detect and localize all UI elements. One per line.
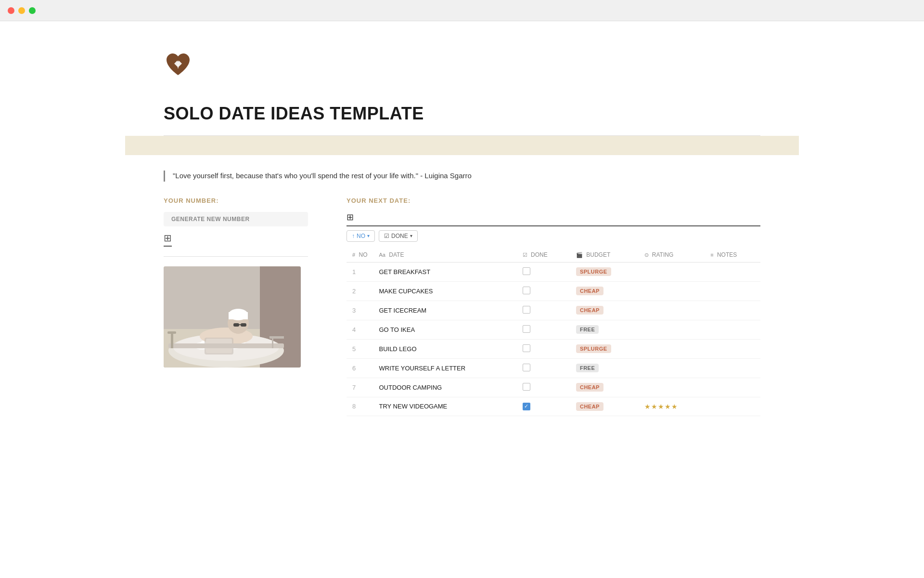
cell-no: 2 [346, 281, 373, 301]
date-ideas-table: # NO Aa DATE ☑ DONE 🎬 BUDGET ⊙ RATING ≡ … [346, 248, 760, 416]
cell-date[interactable]: BUILD LEGO [373, 339, 516, 358]
cell-budget: FREE [570, 320, 639, 339]
photo-image [164, 266, 301, 368]
svg-rect-14 [241, 323, 246, 327]
quote-block: "Love yourself first, because that's who… [164, 171, 760, 182]
filter-no-label: NO [357, 233, 365, 239]
star-rating: ★★★★★ [644, 403, 678, 410]
col-header-no: # NO [346, 248, 373, 263]
checkbox-unchecked[interactable] [523, 267, 530, 275]
checkbox-unchecked[interactable] [523, 287, 530, 294]
titlebar [0, 0, 924, 21]
cell-budget: CHEAP [570, 281, 639, 301]
your-next-date-label: YOUR NEXT DATE: [346, 197, 760, 204]
minimize-button[interactable] [18, 7, 25, 14]
table-view-icon[interactable]: ⊞ [346, 212, 354, 223]
left-column: YOUR NUMBER: GENERATE NEW NUMBER ⊞ [164, 197, 308, 368]
col-header-done: ☑ DONE [517, 248, 570, 263]
cell-notes [705, 378, 760, 397]
cell-rating [639, 358, 705, 378]
filter-done[interactable]: ☑ DONE ▾ [379, 230, 418, 242]
budget-badge: FREE [576, 364, 599, 372]
cell-no: 8 [346, 397, 373, 416]
decorative-banner [125, 136, 799, 155]
cell-no: 1 [346, 262, 373, 281]
close-button[interactable] [8, 7, 14, 14]
page-icon [164, 50, 760, 92]
cell-date[interactable]: TRY NEW VIDEOGAME [373, 397, 516, 416]
right-column: YOUR NEXT DATE: ⊞ ↑ NO ▾ ☑ DONE ▾ [346, 197, 760, 416]
budget-badge: SPLURGE [576, 267, 611, 276]
cell-done[interactable]: ✓ [517, 397, 570, 416]
cell-done[interactable] [517, 320, 570, 339]
cell-date[interactable]: GET ICECREAM [373, 301, 516, 320]
filter-no[interactable]: ↑ NO ▾ [346, 230, 375, 242]
cell-notes [705, 339, 760, 358]
svg-rect-20 [167, 331, 176, 334]
table-row: 2MAKE CUPCAKESCHEAP [346, 281, 760, 301]
table-row: 7OUTDOOR CAMPINGCHEAP [346, 378, 760, 397]
svg-rect-12 [229, 312, 248, 319]
checkbox-unchecked[interactable] [523, 344, 530, 352]
cell-no: 5 [346, 339, 373, 358]
chevron-down-icon: ▾ [367, 233, 370, 238]
col-header-rating: ⊙ RATING [639, 248, 705, 263]
checkbox-checked[interactable]: ✓ [523, 403, 530, 410]
budget-badge: CHEAP [576, 306, 603, 315]
maximize-button[interactable] [29, 7, 36, 14]
cell-done[interactable] [517, 378, 570, 397]
cell-done[interactable] [517, 358, 570, 378]
table-row: 5BUILD LEGOSPLURGE [346, 339, 760, 358]
checkbox-unchecked[interactable] [523, 325, 530, 333]
cell-done[interactable] [517, 262, 570, 281]
cell-done[interactable] [517, 301, 570, 320]
cell-no: 4 [346, 320, 373, 339]
page-content: SOLO DATE IDEAS TEMPLATE "Love yourself … [125, 21, 799, 445]
svg-rect-18 [168, 343, 284, 348]
cell-notes [705, 397, 760, 416]
cell-date[interactable]: MAKE CUPCAKES [373, 281, 516, 301]
page-title: SOLO DATE IDEAS TEMPLATE [164, 104, 760, 124]
cell-done[interactable] [517, 339, 570, 358]
budget-badge: CHEAP [576, 287, 603, 295]
cell-date[interactable]: GO TO IKEA [373, 320, 516, 339]
cell-budget: SPLURGE [570, 339, 639, 358]
cell-notes [705, 358, 760, 378]
table-row: 8TRY NEW VIDEOGAME✓CHEAP★★★★★ [346, 397, 760, 416]
budget-badge: FREE [576, 325, 599, 334]
filter-done-icon: ☑ [384, 233, 389, 239]
checkbox-unchecked[interactable] [523, 306, 530, 314]
budget-badge: CHEAP [576, 402, 603, 411]
table-header-row: # NO Aa DATE ☑ DONE 🎬 BUDGET ⊙ RATING ≡ … [346, 248, 760, 263]
budget-badge: SPLURGE [576, 344, 611, 353]
cell-rating [639, 281, 705, 301]
cell-no: 7 [346, 378, 373, 397]
budget-badge: CHEAP [576, 383, 603, 392]
cell-date[interactable]: WRITE YOURSELF A LETTER [373, 358, 516, 378]
cell-date[interactable]: GET BREAKFAST [373, 262, 516, 281]
cell-notes [705, 320, 760, 339]
svg-rect-22 [272, 339, 273, 348]
table-row: 1GET BREAKFASTSPLURGE [346, 262, 760, 281]
cell-rating: ★★★★★ [639, 397, 705, 416]
svg-rect-13 [233, 323, 239, 327]
cell-done[interactable] [517, 281, 570, 301]
table-row: 4GO TO IKEAFREE [346, 320, 760, 339]
cell-rating [639, 320, 705, 339]
your-number-label: YOUR NUMBER: [164, 197, 308, 204]
checkbox-unchecked[interactable] [523, 383, 530, 391]
cell-rating [639, 262, 705, 281]
filter-no-icon: ↑ [352, 233, 355, 239]
cell-budget: CHEAP [570, 301, 639, 320]
filter-done-label: DONE [391, 233, 408, 239]
left-divider [164, 256, 308, 257]
table-row: 6WRITE YOURSELF A LETTERFREE [346, 358, 760, 378]
generate-number-button[interactable]: GENERATE NEW NUMBER [164, 212, 308, 226]
svg-rect-21 [270, 336, 284, 339]
table-row: 3GET ICECREAMCHEAP [346, 301, 760, 320]
cell-notes [705, 301, 760, 320]
grid-view-icon[interactable]: ⊞ [164, 232, 172, 247]
two-col-layout: YOUR NUMBER: GENERATE NEW NUMBER ⊞ [164, 197, 760, 416]
checkbox-unchecked[interactable] [523, 364, 530, 371]
cell-date[interactable]: OUTDOOR CAMPING [373, 378, 516, 397]
